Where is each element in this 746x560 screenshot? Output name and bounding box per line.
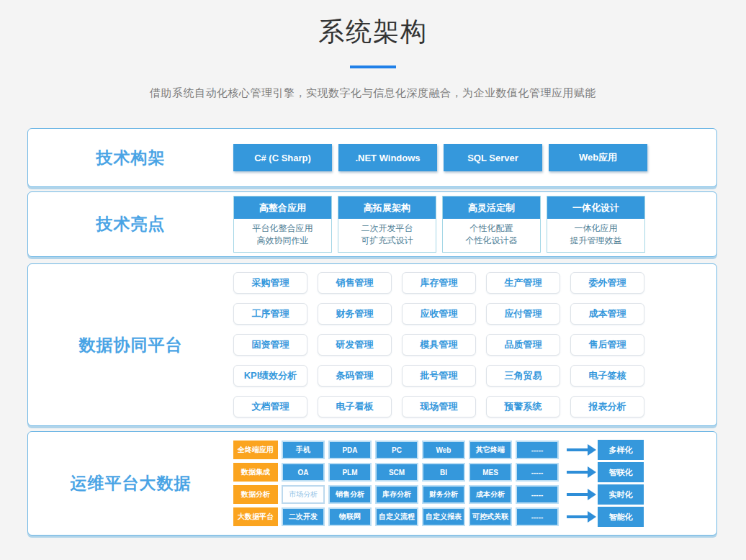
- bigdata-item: 财务分析: [422, 485, 465, 504]
- highlight-card: 高整合应用平台化整合应用高效协同作业: [233, 196, 332, 253]
- bigdata-category-label: 数据分析: [233, 485, 278, 504]
- highlight-card-body: 一体化应用提升管理效益: [547, 219, 644, 252]
- highlight-card: 一体化设计一体化应用提升管理效益: [547, 196, 645, 253]
- bigdata-item: SCM: [375, 463, 418, 482]
- module-button[interactable]: 工序管理: [233, 303, 307, 325]
- bigdata-item: PDA: [328, 441, 372, 459]
- ops-bigdata-rows: 全终端应用手机PDAPCWeb其它终端-----多样化数据集成OAPLMSCMB…: [233, 441, 647, 527]
- tech-framework-button[interactable]: SQL Server: [444, 144, 542, 171]
- module-button[interactable]: 品质管理: [486, 334, 560, 356]
- section-label-tech-framework: 技术构架: [28, 147, 233, 169]
- module-button[interactable]: 生产管理: [486, 272, 560, 294]
- bigdata-result: 智联化: [598, 462, 644, 482]
- bigdata-category-label: 数据集成: [233, 463, 278, 482]
- module-button[interactable]: 模具管理: [402, 334, 476, 356]
- highlight-card-title: 高整合应用: [234, 197, 331, 219]
- bigdata-item: OA: [282, 463, 325, 482]
- tech-framework-button[interactable]: .NET Windows: [338, 144, 437, 171]
- page-title: 系统架构: [0, 14, 746, 50]
- bigdata-item: 自定义报表: [422, 507, 465, 526]
- highlight-card-title: 高拓展架构: [338, 197, 436, 219]
- highlight-card-line: 个性化设计器: [443, 235, 540, 247]
- highlight-card-line: 平台化整合应用: [234, 222, 331, 235]
- tech-framework-button[interactable]: Web应用: [549, 144, 647, 171]
- highlight-card-body: 平台化整合应用高效协同作业: [234, 219, 331, 252]
- highlight-card-body: 个性化配置个性化设计器: [443, 219, 540, 252]
- section-data-platform: 数据协同平台 采购管理销售管理库存管理生产管理委外管理工序管理财务管理应收管理应…: [27, 263, 717, 426]
- module-button[interactable]: 研发管理: [318, 334, 392, 356]
- bigdata-item: 销售分析: [328, 485, 372, 504]
- highlight-card-body: 二次开发平台可扩充式设计: [338, 219, 436, 252]
- module-button[interactable]: 条码管理: [318, 365, 392, 387]
- bigdata-item: 可控式关联: [469, 507, 512, 526]
- highlight-card-line: 二次开发平台: [338, 222, 436, 235]
- bigdata-item: -----: [516, 441, 559, 459]
- module-button[interactable]: 现场管理: [402, 396, 476, 417]
- module-button[interactable]: 委外管理: [570, 272, 644, 294]
- page-subtitle: 借助系统自动化核心管理引擎，实现数字化与信息化深度融合，为企业数值化管理应用赋能: [0, 86, 746, 100]
- section-tech-framework: 技术构架 C# (C Sharp).NET WindowsSQL ServerW…: [27, 128, 717, 187]
- module-button[interactable]: 销售管理: [318, 272, 392, 294]
- page-header: 系统架构 借助系统自动化核心管理引擎，实现数字化与信息化深度融合，为企业数值化管…: [0, 0, 746, 100]
- module-button[interactable]: 库存管理: [402, 272, 476, 294]
- tech-framework-buttons: C# (C Sharp).NET WindowsSQL ServerWeb应用: [233, 144, 647, 171]
- bigdata-item: PLM: [328, 463, 372, 482]
- bigdata-item: 自定义流程: [375, 507, 418, 526]
- tech-framework-button[interactable]: C# (C Sharp): [233, 144, 332, 171]
- bigdata-item: BI: [422, 463, 465, 482]
- section-ops-bigdata: 运维平台大数据 全终端应用手机PDAPCWeb其它终端-----多样化数据集成O…: [27, 431, 717, 536]
- module-button[interactable]: 批号管理: [402, 365, 476, 387]
- module-button[interactable]: 报表分析: [570, 396, 644, 417]
- highlight-card: 高拓展架构二次开发平台可扩充式设计: [338, 196, 436, 253]
- arrow-right-icon: [567, 471, 588, 474]
- title-underline: [350, 66, 396, 68]
- module-button[interactable]: 三角贸易: [486, 365, 560, 387]
- bigdata-item: -----: [516, 507, 559, 526]
- system-architecture-page: 系统架构 借助系统自动化核心管理引擎，实现数字化与信息化深度融合，为企业数值化管…: [0, 0, 746, 560]
- module-button[interactable]: 电子签核: [570, 365, 644, 387]
- highlight-card-line: 可扩充式设计: [338, 235, 436, 247]
- bigdata-row: 全终端应用手机PDAPCWeb其它终端-----多样化: [233, 441, 647, 460]
- highlight-card-line: 提升管理效益: [547, 235, 644, 247]
- arrow-right-icon: [567, 448, 588, 451]
- data-platform-modules: 采购管理销售管理库存管理生产管理委外管理工序管理财务管理应收管理应付管理成本管理…: [233, 272, 647, 417]
- bigdata-item: PC: [375, 441, 418, 459]
- bigdata-item: 其它终端: [469, 441, 512, 459]
- bigdata-item: 市场分析: [282, 485, 325, 504]
- highlight-card-title: 一体化设计: [547, 197, 644, 219]
- section-label-ops-bigdata: 运维平台大数据: [28, 472, 233, 494]
- section-label-tech-highlights: 技术亮点: [28, 213, 233, 235]
- highlight-card-line: 一体化应用: [547, 222, 644, 235]
- bigdata-row: 数据集成OAPLMSCMBIMES-----智联化: [233, 463, 647, 482]
- bigdata-item: -----: [516, 463, 559, 482]
- module-button[interactable]: 成本管理: [570, 303, 644, 325]
- bigdata-item: 物联网: [328, 507, 372, 526]
- tech-highlight-cards: 高整合应用平台化整合应用高效协同作业高拓展架构二次开发平台可扩充式设计高灵活定制…: [233, 196, 647, 253]
- module-button[interactable]: 财务管理: [318, 303, 392, 325]
- module-button[interactable]: 售后管理: [570, 334, 644, 356]
- bigdata-item: 手机: [282, 441, 325, 459]
- bigdata-item: Web: [422, 441, 465, 459]
- bigdata-item: -----: [516, 485, 559, 504]
- bigdata-item: MES: [469, 463, 512, 482]
- module-button[interactable]: KPI绩效分析: [233, 365, 307, 387]
- bigdata-item: 成本分析: [469, 485, 512, 504]
- bigdata-result: 多样化: [598, 440, 644, 460]
- highlight-card: 高灵活定制个性化配置个性化设计器: [442, 196, 541, 253]
- arrow-right-icon: [567, 493, 588, 496]
- bigdata-row: 大数据平台二次开发物联网自定义流程自定义报表可控式关联-----智能化: [233, 507, 647, 527]
- module-button[interactable]: 预警系统: [486, 396, 560, 417]
- section-label-data-platform: 数据协同平台: [28, 334, 233, 356]
- module-button[interactable]: 应付管理: [486, 303, 560, 325]
- bigdata-category-label: 全终端应用: [233, 441, 278, 459]
- highlight-card-line: 个性化配置: [443, 222, 540, 235]
- bigdata-item: 库存分析: [375, 485, 418, 504]
- module-button[interactable]: 固资管理: [233, 334, 307, 356]
- bigdata-result: 智能化: [598, 507, 644, 527]
- module-button[interactable]: 电子看板: [318, 396, 392, 417]
- bigdata-category-label: 大数据平台: [233, 507, 278, 526]
- module-button[interactable]: 应收管理: [402, 303, 476, 325]
- module-button[interactable]: 采购管理: [233, 272, 307, 294]
- highlight-card-line: 高效协同作业: [234, 235, 331, 247]
- module-button[interactable]: 文档管理: [233, 396, 307, 417]
